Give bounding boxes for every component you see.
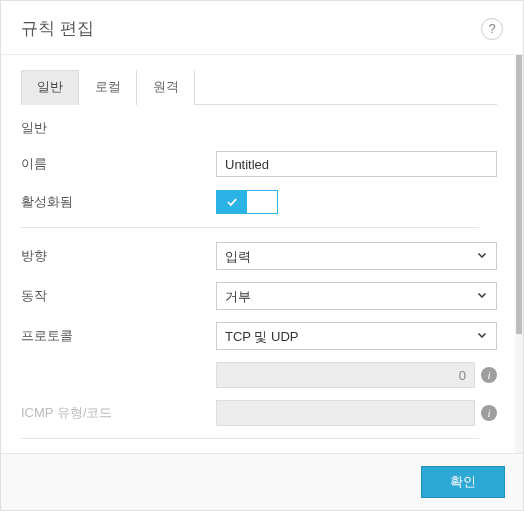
row-name: 이름: [21, 151, 497, 177]
dialog-title: 규칙 편집: [21, 17, 94, 40]
enabled-label: 활성화됨: [21, 193, 216, 211]
name-input[interactable]: [216, 151, 497, 177]
check-icon: [225, 195, 239, 209]
direction-select[interactable]: 입력: [216, 242, 497, 270]
rule-edit-dialog: 규칙 편집 ? 일반 로컬 원격 일반 이름 활성화됨: [0, 0, 524, 511]
row-icmp: ICMP 유형/코드 i: [21, 400, 497, 426]
icmp-input: [216, 400, 475, 426]
protocol-number-input: [216, 362, 475, 388]
ok-button[interactable]: 확인: [421, 466, 505, 498]
tab-general[interactable]: 일반: [21, 70, 79, 105]
row-enabled: 활성화됨: [21, 189, 497, 215]
info-icon[interactable]: i: [481, 405, 497, 421]
row-protocol: 프로토콜 TCP 및 UDP: [21, 322, 497, 350]
scrollbar-thumb[interactable]: [516, 55, 522, 334]
help-icon: ?: [488, 21, 495, 36]
protocol-select[interactable]: TCP 및 UDP: [216, 322, 497, 350]
dialog-header: 규칙 편집 ?: [1, 1, 523, 55]
row-direction: 방향 입력: [21, 242, 497, 270]
tabs: 일반 로컬 원격: [21, 69, 497, 105]
icmp-label: ICMP 유형/코드: [21, 404, 216, 422]
row-protocol-number: i: [21, 362, 497, 388]
tab-local[interactable]: 로컬: [79, 70, 137, 105]
action-select[interactable]: 거부: [216, 282, 497, 310]
name-label: 이름: [21, 155, 216, 173]
help-button[interactable]: ?: [481, 18, 503, 40]
section-general-title: 일반: [21, 119, 497, 137]
divider-1: [21, 227, 479, 228]
tab-remote[interactable]: 원격: [137, 70, 195, 105]
content-area: 일반 로컬 원격 일반 이름 활성화됨: [1, 55, 515, 453]
enabled-toggle[interactable]: [216, 190, 278, 214]
section-general: 일반 이름 활성화됨: [21, 105, 515, 453]
info-icon[interactable]: i: [481, 367, 497, 383]
toggle-off-segment: [247, 191, 277, 213]
direction-label: 방향: [21, 247, 216, 265]
toggle-on-segment: [217, 191, 247, 213]
divider-2: [21, 438, 479, 439]
protocol-label: 프로토콜: [21, 327, 216, 345]
row-action: 동작 거부: [21, 282, 497, 310]
content-wrap: 일반 로컬 원격 일반 이름 활성화됨: [1, 55, 523, 453]
vertical-scrollbar[interactable]: [515, 55, 523, 453]
action-label: 동작: [21, 287, 216, 305]
dialog-footer: 확인: [1, 453, 523, 510]
